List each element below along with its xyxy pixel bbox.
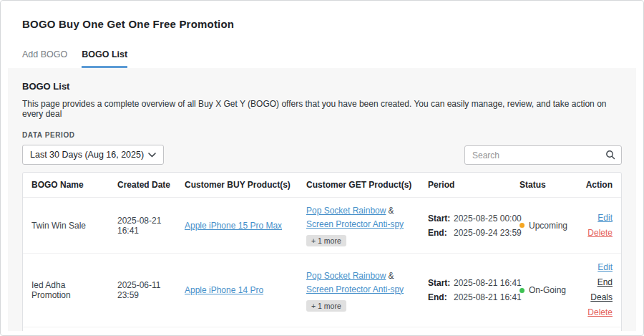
data-period-filter: DATA PERIOD Last 30 Days (Aug 16, 2025): [22, 131, 164, 165]
period-end-label: End:: [428, 226, 454, 240]
page-container: BOGO Buy One Get One Free Promotion Add …: [0, 0, 644, 336]
period-end-value: 2025-09-24 23:59: [454, 228, 522, 238]
table-row: 4.4 Buy One, Bring One 2025-04-11 18:10 …: [23, 327, 621, 332]
action-cell: Edit Delete: [575, 198, 621, 254]
edit-link[interactable]: Edit: [580, 211, 613, 226]
product-separator: &: [388, 206, 394, 216]
table-header-row: BOGO Name Created Date Customer BUY Prod…: [23, 173, 621, 198]
bogo-list-section: BOGO List This page provides a complete …: [8, 68, 636, 331]
more-products-badge[interactable]: + 1 more: [306, 300, 346, 312]
created-date-cell: 2025-04-11 18:10: [112, 327, 179, 332]
col-header-bogo-name: BOGO Name: [23, 173, 112, 198]
col-header-action: Action: [575, 173, 621, 198]
tab-add-bogo[interactable]: Add BOGO: [22, 49, 67, 68]
tab-bogo-list[interactable]: BOGO List: [82, 49, 127, 68]
period-cell: Start:2025-04-15 11:00 End:2025-04-25 23…: [422, 327, 514, 332]
period-start-label: Start:: [428, 276, 454, 290]
period-start-value: 2025-08-21 16:41: [454, 278, 522, 288]
product-separator: &: [388, 271, 394, 281]
delete-link[interactable]: Delete: [580, 226, 613, 241]
data-period-select[interactable]: Last 30 Days (Aug 16, 2025): [22, 145, 164, 165]
status-text: On-Going: [529, 285, 566, 295]
action-cell: Edit End Deals Delete: [575, 254, 621, 327]
end-deals-link[interactable]: End Deals: [580, 275, 613, 305]
buy-product-link[interactable]: Apple iPhone 14 Pro: [185, 285, 263, 295]
status-dot-ongoing: [519, 288, 525, 293]
buy-product-link[interactable]: Apple iPhone 15 Pro Max: [185, 221, 282, 231]
col-header-created-date: Created Date: [112, 173, 179, 198]
more-products-badge[interactable]: + 1 more: [306, 235, 346, 246]
page-title: BOGO Buy One Get One Free Promotion: [22, 18, 643, 30]
edit-link[interactable]: Edit: [580, 260, 613, 275]
tab-bar: Add BOGO BOGO List: [22, 49, 643, 68]
status-text: Upcoming: [529, 221, 567, 231]
buy-products-cell: Apple iPhone 15 Pro Max: [179, 198, 301, 254]
buy-products-cell: Apple iPhone 14 Pro: [179, 254, 301, 327]
controls-row: DATA PERIOD Last 30 Days (Aug 16, 2025): [22, 131, 622, 165]
col-header-buy-products: Customer BUY Product(s): [179, 173, 301, 198]
status-cell: Upcoming: [514, 198, 575, 254]
data-period-label: DATA PERIOD: [22, 131, 164, 139]
delete-link[interactable]: Delete: [580, 305, 613, 320]
chevron-down-icon: [148, 153, 156, 158]
get-product-link[interactable]: Pop Socket Rainbow: [306, 206, 386, 216]
data-period-value: Last 30 Days (Aug 16, 2025): [30, 150, 144, 160]
table-row: Ied Adha Promotion 2025-06-11 23:59 Appl…: [23, 254, 621, 327]
bogo-name-cell: Ied Adha Promotion: [23, 254, 112, 327]
period-end-label: End:: [428, 290, 454, 304]
section-title: BOGO List: [22, 81, 622, 92]
period-cell: Start:2025-08-25 00:00 End:2025-09-24 23…: [422, 198, 514, 254]
section-description: This page provides a complete overview o…: [22, 99, 622, 119]
search-input[interactable]: [464, 145, 622, 165]
bogo-name-cell: Twin Win Sale: [23, 198, 112, 254]
period-start-label: Start:: [428, 211, 454, 226]
search-box: [464, 145, 622, 165]
get-product-link[interactable]: Pop Socket Rainbow: [306, 271, 386, 281]
period-start-value: 2025-08-25 00:00: [454, 213, 522, 224]
bogo-name-cell: 4.4 Buy One, Bring One: [23, 327, 112, 332]
buy-products-cell: Willow Bloom White Canvas Bag: [179, 327, 301, 332]
get-product-link[interactable]: Screen Protector Anti-spy: [306, 284, 404, 294]
table-row: Twin Win Sale 2025-08-21 16:41 Apple iPh…: [23, 198, 621, 254]
get-product-link[interactable]: Screen Protector Anti-spy: [306, 219, 404, 229]
action-cell: Delete: [575, 327, 621, 332]
period-end-value: 2025-08-21 16:41: [454, 292, 522, 302]
bogo-table-card: BOGO Name Created Date Customer BUY Prod…: [22, 172, 622, 331]
status-dot-upcoming: [519, 223, 525, 228]
status-cell: On-Going: [514, 254, 575, 327]
period-cell: Start:2025-08-21 16:41 End:2025-08-21 16…: [422, 254, 514, 327]
get-products-cell: Keychain Bag Charm Elomery - Pink: [301, 327, 422, 332]
search-icon: [605, 150, 615, 160]
created-date-cell: 2025-06-11 23:59: [112, 254, 179, 327]
status-cell: Expired: [514, 327, 575, 332]
col-header-period: Period: [422, 173, 514, 198]
col-header-status: Status: [514, 173, 575, 198]
col-header-get-products: Customer GET Product(s): [301, 173, 422, 198]
get-products-cell: Pop Socket Rainbow& Screen Protector Ant…: [301, 198, 422, 254]
get-products-cell: Pop Socket Rainbow& Screen Protector Ant…: [301, 254, 422, 327]
bogo-table: BOGO Name Created Date Customer BUY Prod…: [23, 173, 621, 331]
created-date-cell: 2025-08-21 16:41: [112, 198, 179, 254]
